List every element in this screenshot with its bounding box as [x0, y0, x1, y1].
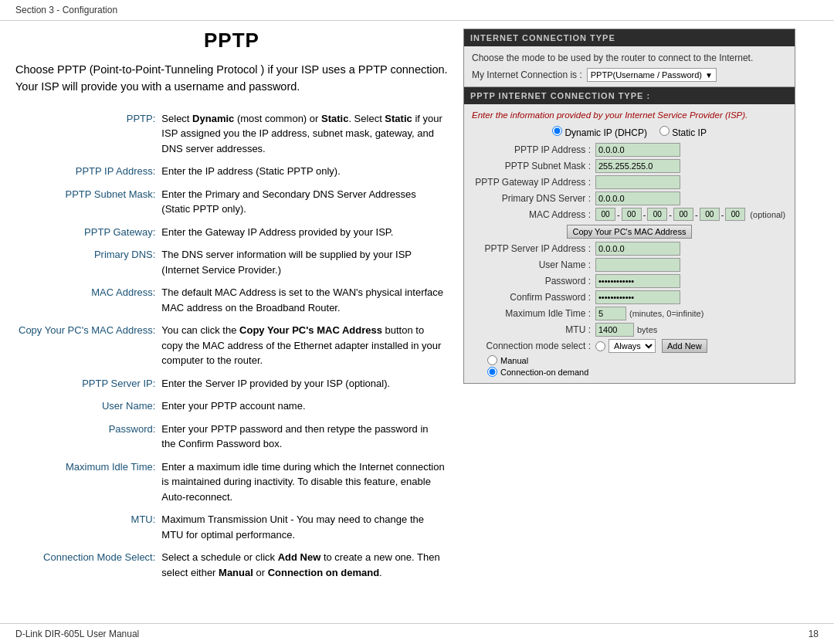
field-label: Copy Your PC's MAC Address:	[15, 320, 158, 373]
field-desc: Select a schedule or click Add New to cr…	[158, 547, 448, 585]
page-title: PPTP	[15, 29, 448, 53]
table-row: PPTP Subnet Mask: Enter the Primary and …	[15, 184, 448, 222]
password-input[interactable]	[595, 274, 680, 288]
max-idle-label: Maximum Idle Time :	[472, 308, 595, 319]
internet-connection-panel: INTERNET CONNECTION TYPE Choose the mode…	[463, 29, 795, 384]
max-idle-row: Maximum Idle Time : (minutes, 0=infinite…	[472, 307, 787, 320]
minutes-text: (minutes, 0=infinite)	[629, 309, 703, 318]
mtu-input[interactable]	[595, 323, 634, 337]
mac-octet-6[interactable]	[725, 208, 745, 221]
connection-type-dropdown[interactable]: PPTP(Username / Password) ▼	[587, 68, 717, 82]
mtu-label: MTU :	[472, 324, 595, 335]
table-row: PPTP: Select Dynamic (most common) or St…	[15, 108, 448, 161]
field-label: MTU:	[15, 509, 158, 547]
always-radio[interactable]	[595, 341, 605, 351]
mac-sep-5: -	[721, 210, 724, 219]
dynamic-radio[interactable]	[552, 126, 562, 136]
pptp-section-header: PPTP INTERNET CONNECTION TYPE :	[464, 87, 795, 104]
mac-sep-4: -	[695, 210, 698, 219]
password-row: Password :	[472, 274, 787, 288]
field-label: Password:	[15, 419, 158, 456]
pptp-subnet-input[interactable]	[595, 159, 680, 173]
right-column: INTERNET CONNECTION TYPE Choose the mode…	[463, 29, 795, 615]
user-name-input[interactable]	[595, 258, 680, 272]
pptp-server-ip-input[interactable]	[595, 242, 680, 256]
field-label: Connection Mode Select:	[15, 547, 158, 585]
pptp-gateway-input[interactable]	[595, 175, 680, 189]
left-column: PPTP Choose PPTP (Point-to-Point-Tunneli…	[15, 29, 448, 615]
field-label: User Name:	[15, 395, 158, 419]
confirm-password-label: Confirm Password :	[472, 292, 595, 303]
top-bar: Section 3 - Configuration	[0, 0, 834, 21]
field-label: PPTP Gateway:	[15, 222, 158, 245]
footer: D-Link DIR-605L User Manual 18	[0, 623, 834, 644]
copy-mac-button[interactable]: Copy Your PC's MAC Address	[567, 225, 691, 239]
manual-radio[interactable]	[487, 355, 497, 365]
table-row: PPTP Server IP: Enter the Server IP prov…	[15, 373, 448, 396]
field-label: PPTP IP Address:	[15, 161, 158, 184]
static-radio[interactable]	[659, 126, 670, 136]
pptp-server-ip-row: PPTP Server IP Address :	[472, 242, 787, 256]
intro-text: Choose PPTP (Point-to-Point-Tunneling Pr…	[15, 62, 448, 96]
connection-on-demand-label: Connection-on demand	[500, 368, 588, 377]
mac-optional-text: (optional)	[750, 210, 785, 219]
table-row: Password: Enter your PPTP password and t…	[15, 419, 448, 456]
confirm-password-row: Confirm Password :	[472, 290, 787, 304]
top-panel-header: INTERNET CONNECTION TYPE	[464, 29, 795, 46]
mac-octet-1[interactable]	[595, 208, 615, 221]
table-row: MTU: Maximum Transmission Unit - You may…	[15, 509, 448, 547]
password-label: Password :	[472, 276, 595, 286]
manual-option: Manual	[487, 355, 787, 365]
main-content: PPTP Choose PPTP (Point-to-Point-Tunneli…	[0, 21, 834, 623]
pptp-ip-input[interactable]	[595, 143, 680, 157]
mac-sep-1: -	[617, 210, 620, 219]
field-desc: Enter your PPTP account name.	[158, 395, 448, 419]
table-row: Primary DNS: The DNS server information …	[15, 244, 448, 282]
static-label: Static IP	[672, 127, 707, 138]
manual-label: Manual	[500, 356, 528, 365]
connection-mode-label: Connection mode select :	[472, 341, 595, 351]
field-desc: Enter a maximum idle time during which t…	[158, 456, 448, 510]
table-row: MAC Address: The default MAC Address is …	[15, 282, 448, 320]
field-desc: Enter the Gateway IP Address provided by…	[158, 222, 448, 245]
connection-on-demand-radio[interactable]	[487, 367, 497, 377]
footer-right: 18	[809, 629, 819, 639]
connection-mode-row: Connection mode select : Always Add New	[472, 339, 787, 353]
field-label: MAC Address:	[15, 282, 158, 320]
mac-octet-5[interactable]	[700, 208, 720, 221]
table-row: PPTP IP Address: Enter the IP address (S…	[15, 161, 448, 184]
page-wrapper: Section 3 - Configuration PPTP Choose PP…	[0, 0, 834, 644]
field-label: PPTP Server IP:	[15, 373, 158, 396]
mac-inputs: - - - - - (optional)	[595, 208, 785, 221]
field-desc: The default MAC Address is set to the WA…	[158, 282, 448, 320]
primary-dns-label: Primary DNS Server :	[472, 193, 595, 204]
mac-address-row: MAC Address : - - - - -	[472, 208, 787, 221]
static-radio-label[interactable]: Static IP	[659, 126, 707, 138]
field-desc: The DNS server information will be suppl…	[158, 244, 448, 282]
primary-dns-input[interactable]	[595, 192, 680, 205]
field-desc: Maximum Transmission Unit - You may need…	[158, 509, 448, 547]
field-desc: Enter the Server IP provided by your ISP…	[158, 373, 448, 396]
mac-sep-3: -	[669, 210, 672, 219]
pptp-gateway-row: PPTP Gateway IP Address :	[472, 175, 787, 189]
add-new-button[interactable]: Add New	[662, 339, 707, 353]
mac-octet-4[interactable]	[673, 208, 693, 221]
confirm-password-input[interactable]	[595, 290, 680, 304]
connection-type-value: PPTP(Username / Password)	[591, 70, 702, 80]
mac-octet-2[interactable]	[622, 208, 642, 221]
mac-octet-3[interactable]	[647, 208, 667, 221]
field-desc: You can click the Copy Your PC's MAC Add…	[158, 320, 448, 373]
mac-address-label: MAC Address :	[472, 209, 595, 220]
connection-row: My Internet Connection is : PPTP(Usernam…	[472, 68, 787, 82]
always-select[interactable]: Always	[609, 339, 656, 353]
field-label: Maximum Idle Time:	[15, 456, 158, 510]
field-label: PPTP:	[15, 108, 158, 161]
table-row: Maximum Idle Time: Enter a maximum idle …	[15, 456, 448, 510]
max-idle-input[interactable]	[595, 307, 626, 320]
dynamic-radio-label[interactable]: Dynamic IP (DHCP)	[552, 126, 647, 138]
pptp-section-body: Enter the information provided by your I…	[464, 104, 795, 383]
field-desc: Select Dynamic (most common) or Static. …	[158, 108, 448, 161]
dynamic-label: Dynamic IP (DHCP)	[564, 127, 646, 138]
top-panel-body: Choose the mode to be used by the router…	[464, 46, 795, 87]
field-desc: Enter your PPTP password and then retype…	[158, 419, 448, 456]
